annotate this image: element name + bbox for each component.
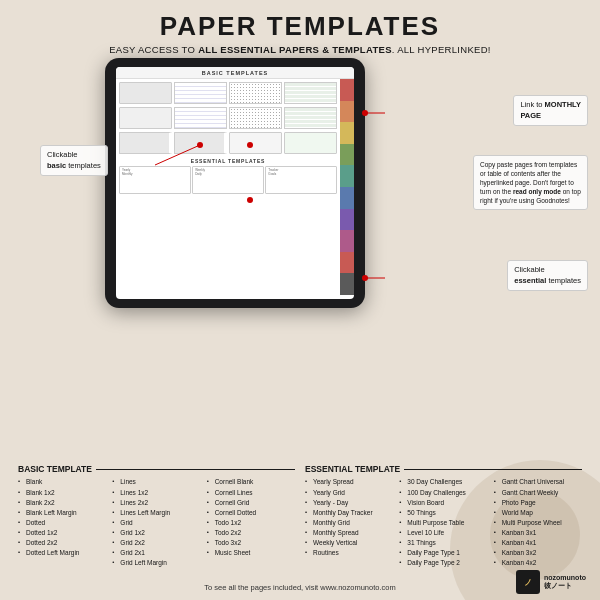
list-item: 30 Day Challenges [399,477,487,487]
cell-blank-2 [119,107,172,129]
screen-basic-header: BASIC TEMPLATES [116,67,354,79]
list-item: Blank 2x2 [18,498,106,508]
list-item: Grid 2x1 [112,548,200,558]
page-title: PAPER TEMPLATES [0,12,600,41]
essential-grid: YearlyMonthly WeeklyDaily TrackerGoals [119,166,337,194]
list-item: Cornell Grid [207,498,295,508]
page-wrapper: PAPER TEMPLATES EASY ACCESS TO ALL ESSEN… [0,0,600,600]
list-item: Dotted Left Margin [18,548,106,558]
basic-list-cols: Blank Blank 1x2 Blank 2x2 Blank Left Mar… [18,477,295,568]
list-item: Blank Left Margin [18,508,106,518]
cell-blank [119,82,172,104]
list-item: Weekly Vertical [305,538,393,548]
list-item: Gantt Chart Weekly [494,488,582,498]
ess-cell-text-3: TrackerGoals [268,169,334,177]
screen-main: ESSENTIAL TEMPLATES YearlyMonthly Weekly… [116,79,340,295]
template-grid-1 [119,82,337,104]
essential-list-cols: Yearly Spread Yearly Grid Yearly - Day M… [305,477,582,568]
callout-basic-label: Clickable [47,150,77,159]
ess-col-1: Yearly Spread Yearly Grid Yearly - Day M… [305,477,393,568]
ess-cell-text-2: WeeklyDaily [195,169,261,177]
basic-col-2: Lines Lines 1x2 Lines 2x2 Lines Left Mar… [112,477,200,568]
callout-basic-templates: Clickable basic templates [40,145,108,176]
list-item: Yearly Grid [305,488,393,498]
cell-music [284,132,337,154]
subtitle-prefix: EASY ACCESS TO [109,44,198,55]
callout-monthly: Link to MONTHLY PAGE [513,95,588,126]
basic-col-1: Blank Blank 1x2 Blank 2x2 Blank Left Mar… [18,477,106,568]
callout-ess-label: Clickable [514,265,544,274]
list-item: 31 Things [399,538,487,548]
page-header: PAPER TEMPLATES EASY ACCESS TO ALL ESSEN… [0,0,600,59]
template-grid-3 [119,132,337,154]
list-item: Grid Left Margin [112,558,200,568]
subtitle-bold: ALL ESSENTIAL PAPERS & TEMPLATES [198,44,392,55]
list-item: Lines [112,477,200,487]
callout-copypaste-text: Copy paste pages from templates or table… [480,161,581,204]
list-item: Lines 1x2 [112,488,200,498]
list-item: Grid [112,518,200,528]
page-subtitle: EASY ACCESS TO ALL ESSENTIAL PAPERS & TE… [0,44,600,55]
ess-cell-1: YearlyMonthly [119,166,191,194]
cell-todo [229,132,282,154]
subtitle-suffix: . ALL HYPERLINKED! [392,44,491,55]
list-item: Yearly Spread [305,477,393,487]
list-item: Dotted [18,518,106,528]
list-item: 100 Day Challenges [399,488,487,498]
cell-lines-2 [174,107,227,129]
list-item: Grid 1x2 [112,528,200,538]
ess-cell-2: WeeklyDaily [192,166,264,194]
callout-monthly-bold: MONTHLY [545,100,581,109]
list-item: Photo Page [494,498,582,508]
cell-cornell [119,132,172,154]
callout-basic-suffix: templates [68,161,101,170]
callout-ess-bold: essential [514,276,546,285]
list-item: Grid 2x2 [112,538,200,548]
list-item: Cornell Dotted [207,508,295,518]
list-item: Dotted 2x2 [18,538,106,548]
logo-mark: ノ [516,570,540,594]
ess-col-3: Gantt Chart Universal Gantt Chart Weekly… [494,477,582,568]
list-item: Level 10 Life [399,528,487,538]
color-strip-6 [340,187,354,209]
list-item: Blank 1x2 [18,488,106,498]
essential-template-header: ESSENTIAL TEMPLATE [305,464,582,474]
list-item: Cornell Blank [207,477,295,487]
list-item: Multi Purpose Wheel [494,518,582,528]
logo-icon: ノ [524,577,532,588]
list-item: Todo 2x2 [207,528,295,538]
basic-template-section: BASIC TEMPLATE Blank Blank 1x2 Blank 2x2… [18,464,295,568]
footer: To see all the pages included, visit www… [0,583,600,592]
list-item: Vision Board [399,498,487,508]
list-item: World Map [494,508,582,518]
list-item: Monthly Spread [305,528,393,538]
list-item-50things: 50 Things [399,508,487,518]
tablet-screen: BASIC TEMPLATES [116,67,354,299]
screen-color-sidebar [340,79,354,295]
callout-ess-suffix: templates [548,276,581,285]
callout-readonly: read only mode [513,188,561,195]
list-item: Daily Page Type 1 [399,548,487,558]
screen-essential-header: ESSENTIAL TEMPLATES [119,158,337,164]
color-strip-3 [340,122,354,144]
color-strip-4 [340,144,354,166]
list-item: Music Sheet [207,548,295,558]
cell-grid-2 [284,107,337,129]
color-strip-10 [340,273,354,295]
list-item: Todo 1x2 [207,518,295,528]
list-item: Daily Page Type 2 [399,558,487,568]
list-item: Routines [305,548,393,558]
screen-content: ESSENTIAL TEMPLATES YearlyMonthly Weekly… [116,79,354,295]
callout-copypaste: Copy paste pages from templates or table… [473,155,588,210]
list-item: Monthly Grid [305,518,393,528]
color-strip-7 [340,209,354,231]
callout-monthly-prefix: Link to [520,100,542,109]
cell-grid [284,82,337,104]
ess-cell-text-1: YearlyMonthly [122,169,188,177]
callout-basic-bold: basic [47,161,66,170]
tablet: BASIC TEMPLATES [105,58,365,308]
list-item: Lines Left Margin [112,508,200,518]
list-item: Gantt Chart Universal [494,477,582,487]
list-item: Kanban 4x1 [494,538,582,548]
cell-cornell-2 [174,132,227,154]
